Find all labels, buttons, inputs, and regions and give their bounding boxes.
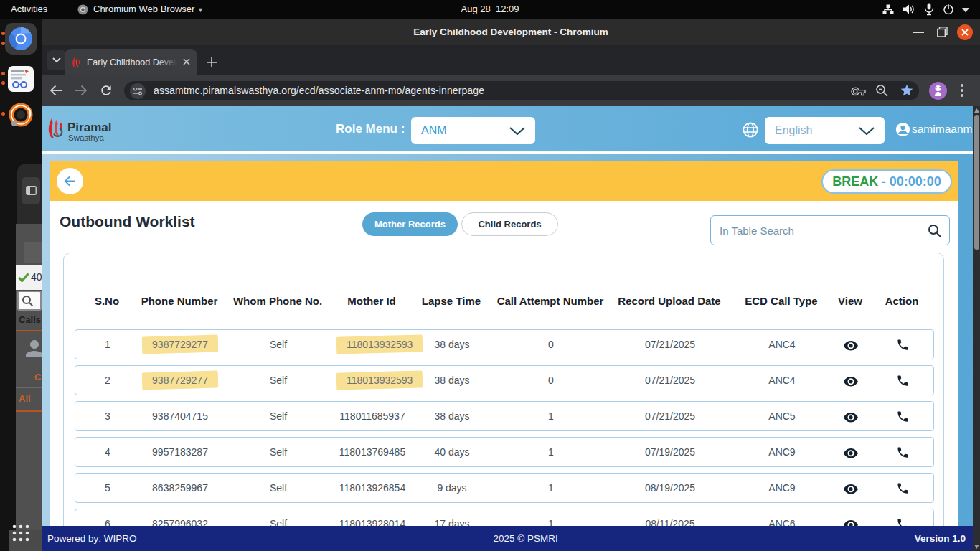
cell-attempts: 1 [496,410,606,422]
cell-upload_date: 07/19/2025 [606,446,734,458]
role-select[interactable]: ANM [411,117,535,144]
cell-action[interactable] [872,410,933,423]
tab-close-icon[interactable] [182,57,191,66]
highlight-marker: 118013932593 [336,371,423,390]
reload-button[interactable] [99,83,113,98]
cell-mother_id: 118013926854 [336,482,408,494]
back-arrow-icon [63,175,77,187]
dock-indicator-dot [1,42,5,45]
break-button[interactable]: BREAK - 00:00:00 [821,169,952,194]
cell-action[interactable] [872,481,933,495]
call-phone-icon[interactable] [896,481,910,495]
cell-upload_date: 07/21/2025 [606,339,734,350]
restore-button[interactable] [937,27,948,37]
highlight-marker: 9387729277 [142,371,218,390]
all-tab[interactable]: All [19,393,31,404]
column-header: Mother Id [336,295,407,307]
back-circle-button[interactable] [57,168,83,194]
dock-orange-app-tile[interactable] [8,102,34,128]
cell-sno: 5 [75,482,140,494]
scroll-up-arrow[interactable] [974,108,979,113]
cell-whom: Self [220,482,336,494]
cell-view[interactable] [830,338,872,351]
cell-view[interactable] [830,481,872,494]
plus-icon [206,57,217,68]
microphone-icon [924,3,934,16]
minimize-button[interactable] [913,32,924,33]
profile-avatar[interactable] [929,82,947,100]
back-button[interactable] [49,84,63,97]
cell-call_type: ANC4 [734,375,830,386]
language-select[interactable]: English [765,117,885,144]
header-divider [42,151,973,154]
footer-center: 2025 © PSMRI [137,533,915,544]
cell-action[interactable] [872,446,933,459]
password-manager-icon[interactable] [851,84,866,98]
avatar-figure [933,85,943,97]
view-eye-icon[interactable] [842,338,859,351]
language-select-chevron [859,127,875,135]
call-phone-icon[interactable] [896,446,910,459]
view-eye-icon[interactable] [842,481,859,494]
tab-mother-records[interactable]: Mother Records [362,212,458,236]
badge-row: 40 [16,265,42,290]
mini-search-box[interactable] [17,291,42,311]
browser-menu-icon[interactable] [961,83,963,98]
cell-action[interactable] [872,374,933,387]
footer-right: Version 1.0 [915,533,966,544]
call-phone-icon[interactable] [896,338,910,352]
globe-icon[interactable] [743,122,758,138]
system-menu-caret[interactable] [962,8,969,13]
view-eye-icon[interactable] [842,374,859,387]
zoom-icon[interactable] [875,84,889,98]
page-scrollbar[interactable] [973,106,980,551]
cell-view[interactable] [830,410,872,423]
view-eye-icon[interactable] [842,446,859,458]
cell-lapse: 9 days [408,482,496,494]
check-icon [18,273,29,282]
cell-view[interactable] [830,374,872,387]
all-tab-underline [16,410,42,412]
forward-button[interactable] [74,84,88,97]
tab-search-button[interactable] [47,50,67,70]
bookmark-star-icon[interactable] [900,83,914,98]
address-bar[interactable]: assamtmc.piramalswasthya.org/ecd/associa… [124,81,919,100]
clock[interactable]: Aug 28 12:09 [0,4,980,14]
column-header: Phone Number [139,295,220,307]
power-icon[interactable] [943,4,954,15]
break-toolbar: BREAK - 00:00:00 [50,161,958,201]
cell-sno: 1 [75,339,140,350]
cell-view[interactable] [830,446,872,458]
scrollbar-thumb[interactable] [974,115,979,250]
cell-attempts: 0 [496,375,606,386]
cell-lapse: 38 days [408,375,496,386]
site-info-button[interactable] [130,83,146,99]
close-button[interactable] [957,24,973,40]
cell-upload_date: 07/21/2025 [606,375,734,386]
new-tab-button[interactable] [206,57,217,68]
call-phone-icon[interactable] [896,410,910,423]
table-header-row: S.NoPhone NumberWhom Phone No.Mother IdL… [75,295,933,307]
window-title-bar[interactable]: Early Childhood Development - Chromium [42,19,980,45]
table-row: 39387404715Self11801168593738 days107/21… [75,401,934,431]
browser-tab[interactable]: Early Childhood Develop [65,49,197,75]
dock-document-app-tile[interactable] [8,66,34,92]
view-eye-icon[interactable] [842,410,859,423]
dock-chromium-tile[interactable] [5,23,37,55]
search-icon[interactable] [928,224,942,238]
tab-favicon [71,57,82,68]
show-applications-button[interactable] [11,524,30,542]
column-header: Whom Phone No. [220,295,336,307]
cell-upload_date: 08/19/2025 [606,482,734,494]
tab-child-records[interactable]: Child Records [461,212,558,236]
dock-chromium-icon [9,27,33,51]
dock: 40 Calls C All [0,19,42,551]
column-header: Action [871,295,933,307]
cell-action[interactable] [872,338,933,352]
side-panel-button[interactable] [22,177,40,204]
table-search-box[interactable]: In Table Search [710,215,950,245]
dock-indicator-dot [1,112,5,116]
scroll-down-arrow[interactable] [974,545,979,549]
call-phone-icon[interactable] [896,374,910,387]
cell-call_type: ANC4 [734,339,830,350]
